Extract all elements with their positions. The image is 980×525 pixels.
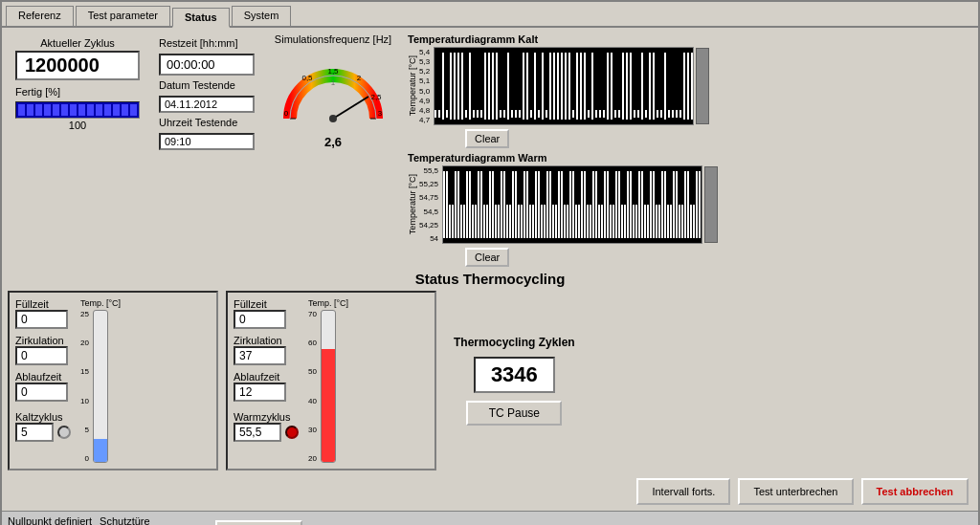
- restzeit-title: Restzeit [hh:mm]: [159, 37, 255, 49]
- intervall-forts-btn[interactable]: Intervall forts.: [636, 478, 730, 505]
- temp-warm-yticks: 55,5 55,25 54,75 54,5 54,25 54: [419, 166, 440, 243]
- svg-text:1,5: 1,5: [327, 67, 339, 76]
- status-bar: Nullpunkt definiert OK Schutztüre Zu Scr…: [2, 511, 978, 525]
- kalt-kaltzyklus-value: 5: [15, 423, 54, 442]
- temp-kalt-title: Temperaturdiagramm Kalt: [408, 33, 718, 45]
- warm-fields: Füllzeit 0 Zirkulation 37 Ablaufzeit 12: [234, 298, 299, 463]
- tab-test-parameter[interactable]: Test parameter: [76, 6, 170, 26]
- kalt-fuellzeit-label: Füllzeit: [15, 298, 71, 310]
- warm-fuellzeit-value: 0: [234, 310, 286, 329]
- warm-thermo-fill: [322, 349, 335, 463]
- kalt-ablaufzeit-value: 0: [15, 383, 68, 402]
- kalt-kaltzyklus-label: Kaltzyklus: [15, 411, 71, 423]
- svg-text:2: 2: [357, 74, 362, 82]
- warm-ablaufzeit-label: Ablaufzeit: [234, 371, 299, 383]
- aktueller-zyklus-value: 1200000: [15, 51, 140, 80]
- kalt-thermo-tube: [93, 310, 108, 463]
- svg-line-9: [333, 97, 368, 119]
- kalt-temp-ticks: 25 20 15 10 5 0: [80, 310, 91, 463]
- svg-text:3: 3: [378, 109, 383, 118]
- warm-temp-label: Temp. [°C]: [308, 298, 348, 308]
- fertig-label: Fertig [%]: [15, 86, 140, 98]
- schutzture-label: Schutztüre: [100, 515, 150, 525]
- warm-zirkulation-value: 37: [234, 346, 286, 365]
- aktueller-zyklus-title: Aktueller Zyklus: [15, 37, 140, 49]
- zyklen-panel: Thermocycling Zyklen 3346 TC Pause: [444, 291, 585, 470]
- warm-ablaufzeit-value: 12: [234, 383, 286, 402]
- action-buttons: Intervall forts. Test unterbrechen Test …: [8, 478, 972, 505]
- kalt-fields: Füllzeit 0 Zirkulation 0 Ablaufzeit 0: [15, 298, 71, 463]
- temp-warm-title: Temperaturdiagramm Warm: [408, 152, 718, 164]
- warm-fuellzeit-label: Füllzeit: [234, 298, 299, 310]
- zyklen-title: Thermocycling Zyklen: [454, 336, 575, 349]
- nullpunkt-label: Nullpunkt definiert: [8, 515, 92, 525]
- temp-kalt-panel: Temperaturdiagramm Kalt Temperatur [°C] …: [408, 33, 718, 148]
- temp-kalt-chart: [434, 47, 694, 125]
- nullpunkt-group: Nullpunkt definiert OK: [8, 515, 92, 525]
- warm-scrollbar[interactable]: [704, 166, 718, 243]
- tab-status[interactable]: Status: [172, 8, 230, 28]
- temp-warm-ylabel: Temperatur [°C]: [408, 174, 417, 234]
- temp-warm-clear-btn[interactable]: Clear: [465, 248, 509, 267]
- thermo-section: Status Thermocycling Füllzeit 0 Zirkulat…: [8, 271, 972, 470]
- zyklen-value: 3346: [474, 357, 555, 393]
- thermo-title: Status Thermocycling: [8, 271, 972, 287]
- schutzture-group: Schutztüre Zu: [100, 515, 150, 525]
- temp-kalt-clear-btn[interactable]: Clear: [465, 129, 509, 148]
- warm-zirkulation-label: Zirkulation: [234, 335, 299, 346]
- restzeit-value: 00:00:00: [159, 54, 255, 76]
- simulation-freq-panel: Simulationsfrequenz [Hz]: [266, 33, 400, 267]
- warm-warmzyklus-value: 55,5: [234, 423, 281, 442]
- kalt-ablaufzeit-label: Ablaufzeit: [15, 371, 71, 383]
- spacer: [592, 291, 972, 470]
- temp-kalt-yticks: 5,4 5,3 5,2 5,1 5,0 4,9 4,8 4,7: [419, 48, 432, 124]
- warm-thermo-box: Füllzeit 0 Zirkulation 37 Ablaufzeit 12: [226, 291, 436, 470]
- kalt-zirkulation-label: Zirkulation: [15, 335, 71, 346]
- right-charts: Temperaturdiagramm Kalt Temperatur [°C] …: [408, 33, 718, 267]
- screenshot-btn[interactable]: Screenshot: [215, 520, 303, 525]
- gauge-container: 0 0,5 1,5 2 2,5 3 1: [280, 47, 386, 133]
- tab-bar: Referenz Test parameter Status System: [2, 2, 978, 28]
- svg-text:0: 0: [284, 109, 289, 118]
- test-unterbrechen-btn[interactable]: Test unterbrechen: [738, 478, 853, 505]
- fertig-value: 100: [15, 120, 140, 131]
- temp-warm-panel: Temperaturdiagramm Warm Temperatur [°C] …: [408, 152, 718, 267]
- uhrzeit-value: 09:10: [159, 133, 255, 150]
- temp-warm-chart: [442, 165, 702, 244]
- datum-value: 04.11.2012: [159, 96, 255, 113]
- warm-thermo-tube: [321, 310, 336, 463]
- warm-temp-ticks: 70 60 50 40 30 20: [308, 310, 319, 463]
- tab-referenz[interactable]: Referenz: [6, 6, 74, 26]
- kalt-scrollbar[interactable]: [696, 48, 709, 124]
- kalt-fuellzeit-value: 0: [15, 310, 68, 329]
- aktueller-zyklus-panel: Aktueller Zyklus 1200000 Fertig [%]: [8, 33, 147, 135]
- simulation-freq-title: Simulationsfrequenz [Hz]: [275, 33, 391, 45]
- kalt-temp-label: Temp. [°C]: [80, 298, 121, 308]
- svg-text:1: 1: [331, 78, 336, 87]
- progress-bar: [15, 101, 140, 119]
- svg-point-10: [329, 115, 337, 122]
- tc-pause-btn[interactable]: TC Pause: [466, 401, 562, 426]
- restzeit-panel: Restzeit [hh:mm] 00:00:00 Datum Testende…: [155, 33, 258, 154]
- simulation-freq-value: 2,6: [324, 135, 342, 149]
- uhrzeit-label: Uhrzeit Testende: [159, 117, 255, 128]
- kalt-zirkulation-value: 0: [15, 346, 68, 365]
- kalt-indicator-led: [57, 426, 71, 439]
- warm-indicator-led: [285, 426, 299, 439]
- kalt-thermo-box: Füllzeit 0 Zirkulation 0 Ablaufzeit 0: [8, 291, 218, 470]
- test-abbrechen-btn[interactable]: Test abbrechen: [861, 478, 969, 505]
- temp-kalt-ylabel: Temperatur [°C]: [408, 55, 417, 116]
- tab-system[interactable]: System: [232, 6, 292, 26]
- kalt-thermo-fill: [94, 439, 107, 462]
- datum-label: Datum Testende: [159, 79, 255, 91]
- warm-warmzyklus-label: Warmzyklus: [234, 411, 299, 423]
